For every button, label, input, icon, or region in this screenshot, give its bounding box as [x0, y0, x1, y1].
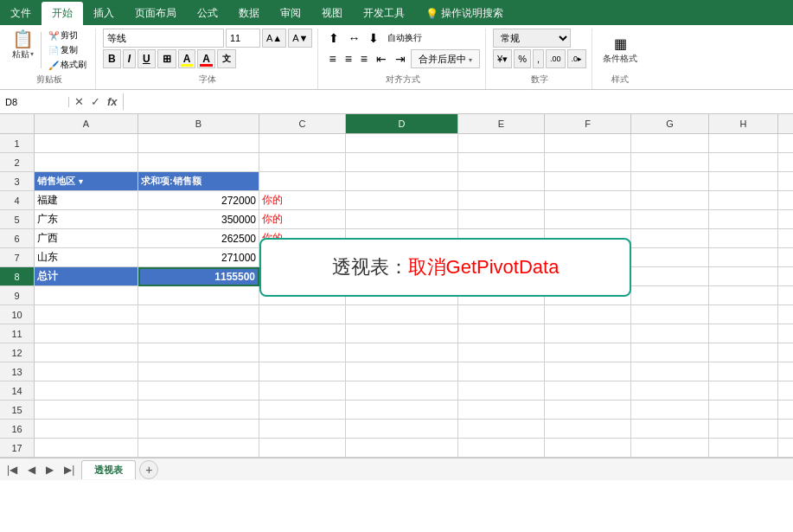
cell-a17[interactable]	[35, 439, 138, 458]
sheet-nav-next[interactable]: ▶	[42, 464, 57, 476]
cell-h13[interactable]	[709, 362, 778, 381]
cell-d17[interactable]	[346, 439, 458, 458]
cell-h6[interactable]	[709, 229, 778, 248]
cell-g12[interactable]	[631, 343, 709, 362]
currency-button[interactable]: ¥▾	[493, 49, 512, 68]
cell-h12[interactable]	[709, 343, 778, 362]
cell-h2[interactable]	[709, 153, 778, 172]
col-header-h[interactable]: H	[709, 114, 778, 133]
cell-g1[interactable]	[631, 134, 709, 153]
merge-center-button[interactable]: 合并后居中 ▾	[411, 49, 480, 68]
row-header-17[interactable]: 17	[0, 439, 35, 458]
cell-a2[interactable]	[35, 153, 138, 172]
sheet-nav-first[interactable]: |◀	[3, 464, 21, 476]
cell-f11[interactable]	[545, 324, 631, 343]
col-header-d[interactable]: D	[346, 114, 458, 133]
col-header-e[interactable]: E	[458, 114, 545, 133]
font-size-increase[interactable]: A▲	[262, 29, 286, 48]
number-format-select[interactable]: 常规	[493, 29, 571, 48]
cell-a8[interactable]: 总计	[35, 267, 138, 286]
cell-i1[interactable]	[778, 134, 793, 153]
cell-d15[interactable]	[346, 401, 458, 420]
cell-g16[interactable]	[631, 420, 709, 439]
cell-d5[interactable]	[346, 210, 458, 229]
cell-a1[interactable]	[35, 134, 138, 153]
cell-b16[interactable]	[138, 420, 259, 439]
bold-button[interactable]: B	[103, 49, 121, 68]
cell-c11[interactable]	[259, 324, 346, 343]
cell-b12[interactable]	[138, 343, 259, 362]
cell-e10[interactable]	[458, 305, 545, 324]
cell-a7[interactable]: 山东	[35, 248, 138, 267]
cell-h7[interactable]	[709, 248, 778, 267]
tab-help[interactable]: 💡 操作说明搜索	[415, 2, 514, 25]
cell-e14[interactable]	[458, 381, 545, 401]
cell-i7[interactable]	[778, 248, 793, 267]
cell-g8[interactable]	[631, 267, 709, 286]
cell-f15[interactable]	[545, 401, 631, 420]
tab-insert[interactable]: 插入	[83, 2, 125, 25]
cell-e1[interactable]	[458, 134, 545, 153]
font-size-input[interactable]	[226, 29, 260, 48]
cell-f10[interactable]	[545, 305, 631, 324]
row-header-5[interactable]: 5	[0, 210, 35, 229]
cell-g9[interactable]	[631, 286, 709, 305]
cell-a12[interactable]	[35, 343, 138, 362]
percent-button[interactable]: %	[514, 49, 531, 68]
format-painter-button[interactable]: 🖌️ 格式刷	[45, 58, 90, 72]
indent-decrease-button[interactable]: ⇤	[373, 49, 390, 68]
sheet-nav-prev[interactable]: ◀	[24, 464, 39, 476]
col-header-g[interactable]: G	[631, 114, 709, 133]
cell-e16[interactable]	[458, 420, 545, 439]
cell-b7[interactable]: 271000	[138, 248, 259, 267]
cell-c5[interactable]: 你的	[259, 210, 346, 229]
cell-b6[interactable]: 262500	[138, 229, 259, 248]
cell-i2[interactable]	[778, 153, 793, 172]
cell-f12[interactable]	[545, 343, 631, 362]
cell-b15[interactable]	[138, 401, 259, 420]
cell-e3[interactable]	[458, 172, 545, 191]
align-right-button[interactable]: ≡	[357, 49, 371, 68]
cell-h16[interactable]	[709, 420, 778, 439]
font-size-decrease[interactable]: A▼	[288, 29, 312, 48]
cell-i3[interactable]	[778, 172, 793, 191]
paste-button[interactable]: 📋 粘贴 ▾	[9, 29, 37, 62]
fill-color-button[interactable]: A	[178, 49, 196, 68]
row-header-4[interactable]: 4	[0, 191, 35, 210]
row-header-2[interactable]: 2	[0, 153, 35, 172]
cut-button[interactable]: ✂️ 剪切	[45, 29, 90, 42]
cell-c12[interactable]	[259, 343, 346, 362]
align-left-button[interactable]: ≡	[325, 49, 339, 68]
cell-g3[interactable]	[631, 172, 709, 191]
cell-c13[interactable]	[259, 362, 346, 381]
cell-a3[interactable]: 销售地区 ▼	[35, 172, 138, 191]
decrease-decimal-button[interactable]: .0▸	[567, 49, 587, 68]
cell-i15[interactable]	[778, 401, 793, 420]
cell-i11[interactable]	[778, 324, 793, 343]
cell-b1[interactable]	[138, 134, 259, 153]
cell-g4[interactable]	[631, 191, 709, 210]
cell-c4[interactable]: 你的	[259, 191, 346, 210]
cell-a14[interactable]	[35, 381, 138, 401]
row-header-9[interactable]: 9	[0, 286, 35, 305]
cell-i14[interactable]	[778, 381, 793, 401]
cell-e4[interactable]	[458, 191, 545, 210]
cell-h17[interactable]	[709, 439, 778, 458]
cell-d13[interactable]	[346, 362, 458, 381]
cell-e15[interactable]	[458, 401, 545, 420]
cell-a13[interactable]	[35, 362, 138, 381]
col-header-c[interactable]: C	[259, 114, 346, 133]
tab-data[interactable]: 数据	[228, 2, 270, 25]
cell-g7[interactable]	[631, 248, 709, 267]
cell-a4[interactable]: 福建	[35, 191, 138, 210]
cell-e13[interactable]	[458, 362, 545, 381]
cell-a16[interactable]	[35, 420, 138, 439]
cell-c3[interactable]	[259, 172, 346, 191]
cell-c1[interactable]	[259, 134, 346, 153]
cell-b4[interactable]: 272000	[138, 191, 259, 210]
conditional-format-button[interactable]: ▦ 条件格式	[599, 34, 641, 67]
cell-i9[interactable]	[778, 286, 793, 305]
cell-h1[interactable]	[709, 134, 778, 153]
cell-i5[interactable]	[778, 210, 793, 229]
cell-d14[interactable]	[346, 381, 458, 401]
